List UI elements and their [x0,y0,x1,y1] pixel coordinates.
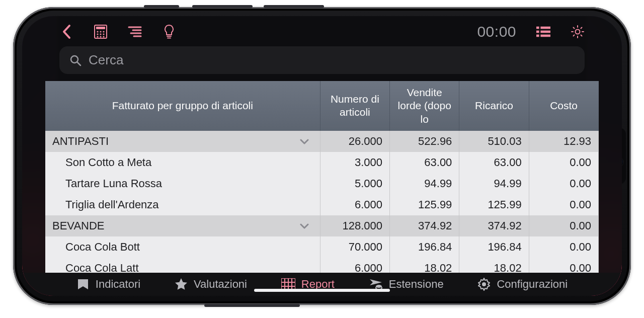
cell-qty: 3.000 [320,152,389,173]
list-icon[interactable] [536,25,550,39]
table-row[interactable]: Son Cotto a Meta3.00063.0063.000.00 [45,152,599,173]
svg-rect-21 [536,35,539,37]
cell-gross: 196.84 [390,236,459,258]
gear-icon [477,278,491,291]
col-group[interactable]: Fatturato per gruppo di articoli [45,81,320,131]
cell-qty: 5.000 [320,173,389,194]
table-row[interactable]: Coca Cola Bott70.000196.84196.840.00 [45,236,599,258]
svg-rect-22 [540,35,550,37]
svg-point-24 [71,56,78,63]
phone-frame: 00:00 Fattura [13,7,631,305]
cell-cost: 0.00 [529,173,598,194]
svg-point-34 [482,282,486,286]
cell-qty: 70.000 [320,236,389,258]
tab-label: Estensione [389,278,444,291]
align-right-icon[interactable] [128,25,142,39]
cell-markup: 196.84 [459,236,529,258]
svg-point-2 [97,31,98,32]
cell-gross: 18.02 [390,258,459,273]
svg-point-9 [100,36,101,37]
cell-cost: 0.00 [529,152,598,173]
col-qty[interactable]: Numero di articoli [320,81,389,131]
hw-button [264,5,324,8]
report-table[interactable]: Fatturato per gruppo di articoli Numero … [45,81,599,273]
app-window: 00:00 Fattura [22,16,622,296]
svg-point-8 [97,36,98,37]
search-icon [69,54,82,66]
col-cost[interactable]: Costo [529,81,598,131]
cell-markup: 18.02 [459,258,529,273]
search-field[interactable] [59,46,585,74]
col-gross[interactable]: Vendite lorde (dopo lo [390,81,459,131]
cell-cost: 0.00 [529,194,598,215]
cell-qty: 6.000 [320,194,389,215]
cell-markup: 125.99 [459,194,529,215]
tab-label: Indicatori [96,278,140,291]
cell-gross: 374.92 [390,215,459,236]
lightbulb-icon[interactable] [162,25,176,39]
hw-button [204,304,300,307]
svg-point-3 [100,31,101,32]
cell-gross: 94.99 [390,173,459,194]
cell-cost: 12.93 [529,131,598,152]
tab-settings[interactable]: Configurazioni [477,278,568,291]
cell-cost: 0.00 [529,215,598,236]
cell-qty: 26.000 [320,131,389,152]
group-label: ANTIPASTI [52,135,109,148]
cell-gross: 125.99 [390,194,459,215]
svg-point-33 [376,285,382,288]
chevron-down-icon[interactable] [300,219,309,232]
svg-point-7 [103,33,104,35]
item-label: Coca Cola Bott [45,236,320,258]
table-row[interactable]: Coca Cola Latt6.00018.0218.020.00 [45,258,599,273]
svg-point-5 [97,33,98,35]
svg-point-6 [100,33,101,35]
svg-rect-18 [540,27,550,29]
cell-gross: 63.00 [390,152,459,173]
bottom-tabbar: Indicatori Valutazioni Report [22,273,622,296]
hw-button [192,5,253,8]
svg-line-25 [77,62,80,65]
cell-markup: 94.99 [459,173,529,194]
back-button[interactable] [59,25,73,39]
bookmark-icon [76,278,90,290]
hw-button [144,5,179,8]
table-row[interactable]: Tartare Luna Rossa5.00094.9994.990.00 [45,173,599,194]
item-label: Coca Cola Latt [45,258,320,273]
svg-rect-20 [540,31,550,33]
item-label: Triglia dell'Ardenza [45,194,320,215]
item-label: Son Cotto a Meta [45,152,320,173]
group-label: BEVANDE [52,219,105,232]
calculator-icon[interactable] [94,25,108,39]
svg-rect-1 [96,27,105,29]
svg-rect-19 [536,31,539,33]
tab-label: Valutazioni [194,278,247,291]
search-input[interactable] [89,52,575,68]
star-icon [175,278,188,291]
table-row[interactable]: BEVANDE128.000374.92374.920.00 [45,215,599,236]
svg-point-10 [103,36,104,37]
col-markup[interactable]: Ricarico [459,81,529,131]
cell-qty: 128.000 [320,215,389,236]
timer-display: 00:00 [477,23,516,40]
table-row[interactable]: Triglia dell'Ardenza6.000125.99125.990.0… [45,194,599,215]
svg-rect-17 [536,27,539,29]
cell-markup: 510.03 [459,131,529,152]
item-label: Tartare Luna Rossa [45,173,320,194]
cell-cost: 0.00 [529,258,598,273]
tab-label: Configurazioni [497,278,568,291]
top-toolbar: 00:00 [22,16,622,44]
cell-gross: 522.96 [390,131,459,152]
svg-point-4 [103,31,104,32]
tab-ratings[interactable]: Valutazioni [175,278,247,291]
cell-cost: 0.00 [529,236,598,258]
svg-point-23 [576,30,580,34]
chevron-down-icon[interactable] [300,135,309,148]
tab-indicators[interactable]: Indicatori [76,278,140,291]
gear-icon[interactable] [571,25,585,39]
cell-markup: 374.92 [459,215,529,236]
home-indicator[interactable] [254,289,390,292]
cell-markup: 63.00 [459,152,529,173]
table-row[interactable]: ANTIPASTI26.000522.96510.0312.93 [45,131,599,152]
cell-qty: 6.000 [320,258,389,273]
